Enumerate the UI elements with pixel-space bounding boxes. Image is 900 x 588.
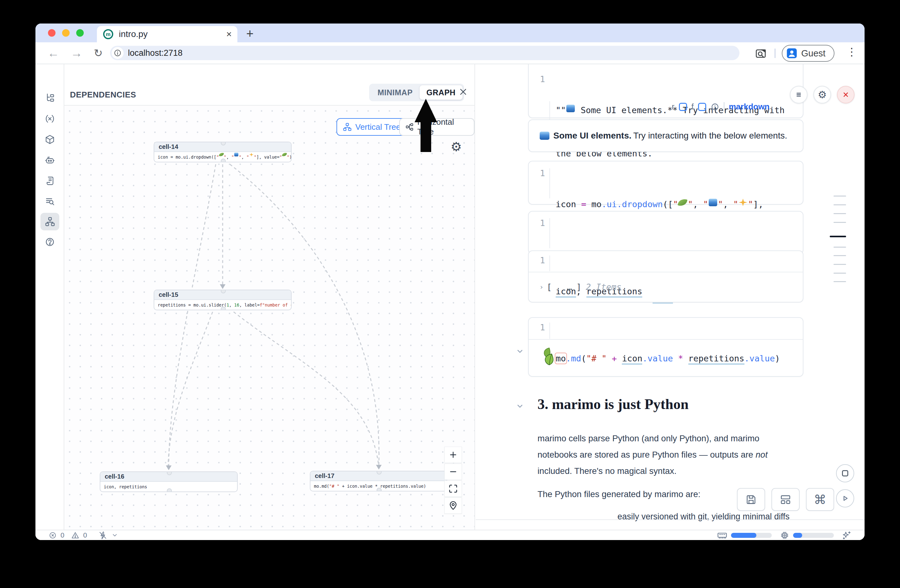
- minimap-cell-marker[interactable]: [833, 196, 846, 197]
- tuple-output[interactable]: › [ … ] 2 Items: [539, 272, 622, 302]
- browser-menu-icon[interactable]: ⋮: [846, 45, 857, 58]
- sidebar-item-help[interactable]: [40, 234, 59, 251]
- scroll-icon: [45, 176, 55, 186]
- node-title: cell-15: [154, 290, 291, 300]
- new-tab-button[interactable]: +: [244, 27, 256, 40]
- expand-chevron-icon[interactable]: ›: [539, 283, 543, 291]
- vertical-tree-button[interactable]: Vertical Tree: [337, 118, 407, 136]
- sidebar-item-snippets[interactable]: [40, 172, 59, 190]
- horizontal-tree-icon: [405, 122, 414, 132]
- marimo-favicon-icon: m: [102, 28, 114, 40]
- line-number: 1: [535, 74, 545, 84]
- tab-close-icon[interactable]: ×: [226, 29, 232, 39]
- profile-button[interactable]: Guest: [782, 45, 835, 62]
- avatar-icon: [786, 48, 798, 59]
- tab-search-icon[interactable]: [755, 48, 767, 61]
- graph-canvas[interactable]: cell-14 icon = mo.ui.dropdown(["🍃", "🌊",…: [64, 105, 475, 530]
- markdown-mode-label[interactable]: markdown: [729, 102, 770, 111]
- zoom-out-button[interactable]: [444, 464, 462, 480]
- window-close-button[interactable]: [48, 29, 56, 37]
- keyboard-shortcuts-button[interactable]: ⌘: [806, 488, 834, 511]
- panel-close-icon[interactable]: [459, 87, 467, 97]
- slider-code-cell[interactable]: 1 repetitions = mo.ui.slider(1, 16, labe…: [528, 211, 804, 254]
- robot-icon: [45, 155, 55, 165]
- site-info-icon[interactable]: [112, 47, 124, 59]
- minimap-cell-marker[interactable]: [833, 255, 846, 256]
- sidebar-item-ai-assistant[interactable]: [40, 152, 59, 169]
- zoom-in-button[interactable]: [444, 447, 462, 463]
- minimap-cell-marker[interactable]: [833, 273, 846, 274]
- chevron-down-icon[interactable]: [111, 532, 118, 539]
- package-cube-icon: [45, 135, 55, 144]
- code-line: mo.md("# " + icon.value * repetitions.va…: [556, 351, 803, 366]
- items-count-label: 2 Items: [586, 282, 622, 292]
- dropdown-code-cell[interactable]: 1 icon = mo.ui.dropdown(["🍃", "🌊", "✨"],…: [528, 161, 804, 205]
- graph-toggle[interactable]: GRAPH: [420, 85, 462, 100]
- error-count: 0: [61, 531, 64, 539]
- section-collapse-chevron-icon[interactable]: [516, 402, 524, 410]
- minimap-cell-marker[interactable]: [833, 281, 846, 282]
- momd-code-cell[interactable]: 1 mo.md("# " + icon.value * repetitions.…: [528, 317, 804, 377]
- notebook-menu-button[interactable]: [790, 86, 807, 104]
- graph-node-cell-15[interactable]: cell-15 repetitions = mo.ui.slider(1, 16…: [154, 289, 292, 310]
- forward-icon[interactable]: →: [71, 47, 82, 59]
- sidebar-item-file-tree[interactable]: [40, 89, 59, 107]
- sidebar-item-logs-search[interactable]: [40, 192, 59, 210]
- vertical-tree-label: Vertical Tree: [355, 122, 401, 132]
- sidebar-item-variables[interactable]: [40, 110, 59, 128]
- vertical-tree-icon: [343, 122, 352, 132]
- cpu-icon: [780, 531, 789, 540]
- collapse-chevron-icon[interactable]: [516, 347, 524, 356]
- reload-icon[interactable]: ↻: [94, 48, 103, 58]
- minimap-current-cell-marker[interactable]: [830, 236, 846, 237]
- bracket-close: ]: [576, 282, 581, 292]
- minimap-cell-marker[interactable]: [833, 222, 846, 223]
- save-icon: [745, 494, 757, 505]
- shutdown-button[interactable]: [837, 86, 855, 104]
- info-icon[interactable]: [711, 102, 719, 111]
- minimap-cell-marker[interactable]: [833, 204, 846, 205]
- minimap-cell-marker[interactable]: [833, 264, 846, 265]
- horizontal-tree-label: Horizontal Tree: [417, 117, 468, 137]
- dependencies-panel: DEPENDENCIES MINIMAP GRAPH: [64, 64, 475, 530]
- minimap-toggle[interactable]: MINIMAP: [371, 88, 420, 97]
- fit-view-button[interactable]: [444, 481, 462, 497]
- warnings-icon[interactable]: [71, 531, 79, 539]
- run-button[interactable]: [836, 489, 854, 508]
- ai-sparkle-icon[interactable]: [842, 531, 851, 540]
- errors-icon[interactable]: [49, 531, 57, 539]
- horizontal-tree-button[interactable]: Horizontal Tree: [399, 118, 475, 136]
- window-zoom-button[interactable]: [76, 29, 84, 37]
- notebook-pane: 1 ""🌊 Some UI elements.** Try interactin…: [476, 64, 864, 530]
- sidebar-item-packages[interactable]: [40, 131, 59, 148]
- section-heading: 3. marimo is just Python: [537, 396, 689, 413]
- code-line: icon = mo.ui.dropdown(["🍃", "🌊", "✨"],: [556, 197, 803, 212]
- sidebar-item-dependency-graph[interactable]: [40, 213, 59, 231]
- browser-tab[interactable]: m intro.py ×: [97, 26, 237, 42]
- window-minimize-button[interactable]: [62, 29, 70, 37]
- address-bar[interactable]: localhost:2718: [110, 46, 739, 60]
- node-code: repetitions = mo.ui.slider(1, 16, label=…: [154, 300, 291, 310]
- emphasized-word: not: [756, 450, 768, 460]
- back-icon[interactable]: ←: [47, 47, 59, 59]
- line-number: 1: [535, 322, 545, 332]
- minimap-cell-marker[interactable]: [833, 247, 846, 248]
- notebook-bottom-divider: [476, 519, 864, 520]
- toggle-box-icon[interactable]: [679, 103, 687, 111]
- status-bar: 0 0: [36, 530, 864, 540]
- center-view-button[interactable]: [444, 497, 462, 514]
- toggle-box-icon[interactable]: [698, 103, 706, 111]
- notebook-settings-button[interactable]: ⚙: [813, 86, 831, 104]
- tuple-code-cell[interactable]: 1 icon, repetitions › [ … ] 2 Items: [528, 251, 804, 302]
- toolbar-divider: [724, 102, 725, 111]
- save-button[interactable]: [737, 488, 765, 511]
- graph-node-cell-14[interactable]: cell-14 icon = mo.ui.dropdown(["🍃", "🌊",…: [154, 142, 292, 162]
- minimap-cell-marker[interactable]: [833, 213, 846, 214]
- formatter-off-icon[interactable]: [98, 531, 107, 540]
- layout-button[interactable]: [771, 488, 800, 511]
- graph-settings-icon[interactable]: ⚙: [451, 139, 462, 154]
- graph-node-cell-17[interactable]: cell-17 mo.md("# " + icon.value * repeti…: [310, 471, 447, 492]
- browser-toolbar: ← → ↻ localhost:2718: [36, 42, 864, 64]
- interrupt-button[interactable]: [836, 464, 854, 482]
- graph-node-cell-16[interactable]: cell-16 icon, repetitions: [100, 471, 238, 492]
